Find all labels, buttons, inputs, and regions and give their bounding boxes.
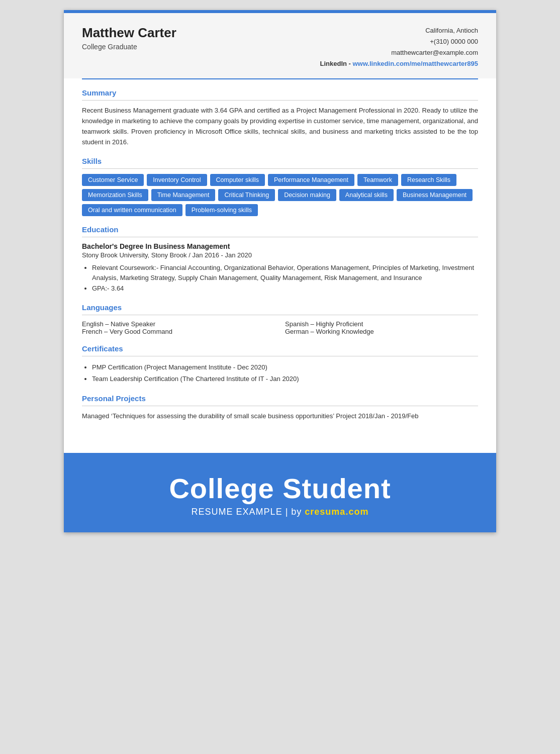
resume-header: Matthew Carter College Graduate Californ…: [64, 13, 496, 78]
language-item: French – Very Good Command: [82, 328, 275, 335]
skills-divider: [82, 168, 478, 169]
languages-divider: [82, 315, 478, 315]
linkedin-url[interactable]: www.linkedin.com/me/matthewcarter895: [353, 60, 479, 67]
footer-main-text: College Student: [74, 473, 486, 504]
linkedin-line: LinkedIn - www.linkedin.com/me/matthewca…: [320, 58, 478, 69]
summary-section: Summary Recent Business Management gradu…: [82, 88, 478, 147]
skill-badge: Customer Service: [82, 174, 144, 186]
candidate-title: College Graduate: [82, 43, 176, 51]
edu-degree: Bachelor's Degree In Business Management: [82, 242, 478, 250]
languages-grid: English – Native SpeakerFrench – Very Go…: [82, 320, 478, 335]
project-text: Managed ‘Techniques for assessing the du…: [82, 411, 478, 422]
projects-divider: [82, 406, 478, 406]
edu-bullet: Relevant Coursework:- Financial Accounti…: [92, 263, 478, 284]
summary-title: Summary: [82, 88, 478, 97]
certificates-divider: [82, 356, 478, 356]
education-title: Education: [82, 225, 478, 234]
education-divider: [82, 237, 478, 237]
cert-item: PMP Certification (Project Management In…: [92, 361, 478, 373]
projects-title: Personal Projects: [82, 394, 478, 403]
certificates-title: Certificates: [82, 344, 478, 353]
cert-list: PMP Certification (Project Management In…: [82, 361, 478, 385]
language-item: English – Native Speaker: [82, 320, 275, 328]
location: California, Antioch: [320, 25, 478, 36]
languages-col-right: Spanish – Highly ProficientGerman – Work…: [285, 320, 478, 335]
languages-col-left: English – Native SpeakerFrench – Very Go…: [82, 320, 275, 335]
languages-title: Languages: [82, 303, 478, 312]
resume-page: Matthew Carter College Graduate Californ…: [64, 10, 496, 532]
edu-bullet: GPA:- 3.64: [92, 284, 478, 294]
skill-badge: Problem-solving skills: [185, 204, 258, 216]
skill-badge: Performance Management: [268, 174, 354, 186]
education-section: Education Bachelor's Degree In Business …: [82, 225, 478, 294]
footer-sub-text: RESUME EXAMPLE | by cresuma.com: [74, 507, 486, 517]
header-contact: California, Antioch +(310) 0000 000 matt…: [320, 25, 478, 69]
skill-badge: Oral and written communication: [82, 204, 182, 216]
linkedin-label: LinkedIn: [320, 60, 346, 67]
phone: +(310) 0000 000: [320, 36, 478, 47]
resume-content: Summary Recent Business Management gradu…: [64, 79, 496, 442]
projects-section: Personal Projects Managed ‘Techniques fo…: [82, 394, 478, 422]
skill-badge: Memorization Skills: [82, 189, 148, 201]
email: matthewcarter@example.com: [320, 47, 478, 58]
footer-banner: College Student RESUME EXAMPLE | by cres…: [64, 453, 496, 533]
skill-badge: Business Management: [397, 189, 473, 201]
skill-badge: Teamwork: [357, 174, 398, 186]
summary-divider: [82, 100, 478, 101]
skill-badge: Research Skills: [401, 174, 456, 186]
edu-bullets: Relevant Coursework:- Financial Accounti…: [82, 263, 478, 294]
linkedin-separator: -: [347, 60, 353, 67]
skills-title: Skills: [82, 157, 478, 165]
header-left: Matthew Carter College Graduate: [82, 25, 176, 51]
language-item: German – Working Knowledge: [285, 328, 478, 335]
footer-brand: cresuma.com: [305, 507, 368, 517]
skill-badge: Inventory Control: [147, 174, 207, 186]
cert-item: Team Leadership Certification (The Chart…: [92, 373, 478, 385]
skills-section: Skills Customer ServiceInventory Control…: [82, 157, 478, 216]
language-item: Spanish – Highly Proficient: [285, 320, 478, 328]
edu-school: Stony Brook University, Stony Brook / Ja…: [82, 251, 478, 259]
skills-container: Customer ServiceInventory ControlCompute…: [82, 174, 478, 216]
skill-badge: Decision making: [278, 189, 336, 201]
skill-badge: Analytical skills: [339, 189, 394, 201]
languages-section: Languages English – Native SpeakerFrench…: [82, 303, 478, 335]
skill-badge: Time Management: [151, 189, 216, 201]
skill-badge: Critical Thinking: [218, 189, 275, 201]
summary-text: Recent Business Management graduate with…: [82, 106, 478, 147]
candidate-name: Matthew Carter: [82, 25, 176, 41]
certificates-section: Certificates PMP Certification (Project …: [82, 344, 478, 385]
skill-badge: Computer skills: [210, 174, 265, 186]
